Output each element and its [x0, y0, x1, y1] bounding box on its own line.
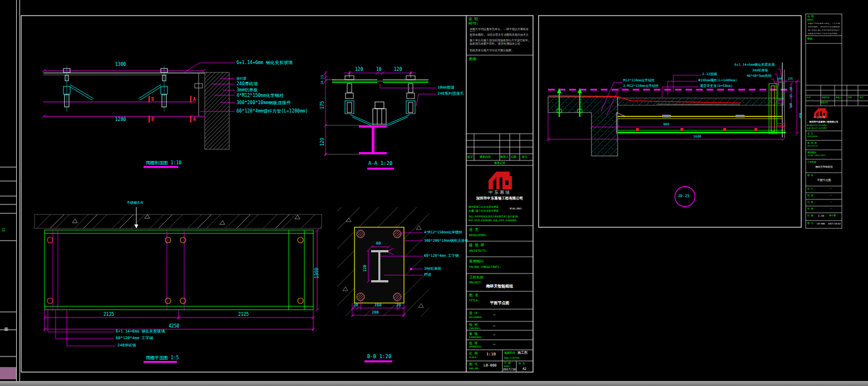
d3-annotation: 6+1.14+6mm 钢化夹胶玻璃: [116, 330, 165, 334]
d4-view-title: B-B 1:20: [367, 354, 391, 359]
field-consultant-en: FACADE CONSULTANTS:: [469, 266, 501, 268]
s2-annotation-right: 2mm铝单板: [752, 69, 768, 72]
d1-annotation: 240厚砖墙: [236, 82, 258, 86]
cad-linework: [0, 0, 868, 386]
s2-revision-header: 日期: [848, 97, 852, 99]
s2-field-developer: 业 主: [807, 133, 813, 135]
d4-annotation: 60*120*4mm 工字钢: [424, 254, 459, 258]
s2-field-examined: 审 核: [807, 201, 813, 203]
d2-annotation: 10mm胶缝: [437, 86, 455, 90]
d1-canopy-section: [42, 63, 235, 168]
field-project-en: PROJECT:: [469, 281, 482, 284]
s2-annotation-left: 2-12圆钢: [702, 72, 717, 76]
examined-value: —: [493, 333, 495, 337]
drawing-title-value: 平面节点图: [472, 301, 527, 305]
status-bar[interactable]: [0, 381, 868, 386]
s2-notes-title-en: NOTE:: [807, 19, 814, 21]
d3-annotation: 240厚砖墙: [117, 344, 136, 348]
s2-notes-title-cn: 说 明: [807, 16, 814, 18]
field-date-cn: 日 期: [504, 362, 511, 365]
d1-section-mark-a1: A: [193, 97, 196, 102]
d3-top-label: 不锈钢爪件: [127, 201, 144, 204]
s2-note-item: 本图尺寸均以毫米为单位, 一律不得以尺量取本图尺寸.: [808, 23, 840, 25]
field-architect-en: ARCHITECTS:: [469, 250, 487, 252]
s2-field-consultant: 幕墙顾问: [807, 152, 816, 154]
d2-view-title: A-A 1:20: [368, 161, 392, 166]
field-consultant-cn: 幕墙顾问: [469, 260, 484, 263]
d4-annotation: 300*200*10mm钢板连接件: [424, 239, 468, 243]
field-checked-en: CHECKED:: [469, 328, 481, 330]
revision-header: 修改人: [500, 155, 509, 158]
s2-field-checked: 校 对: [807, 194, 813, 197]
note-item: 铝板具体分格尺寸详见平面分格图.: [470, 48, 531, 53]
company-logo: [489, 172, 512, 189]
s2-field-architect: 建 筑 师: [807, 142, 817, 144]
notes-title-en: NOTE:: [468, 22, 479, 25]
field-checked-cn: 校 对: [469, 323, 478, 326]
project-name-value: 梅林关智能枢纽: [472, 285, 527, 289]
s2-scale-value: 1:10: [818, 215, 824, 218]
s2-annotation-left: Φ100mm螺栓(L=1400mm): [698, 79, 737, 82]
partial-sheet-white-char: 图: [4, 328, 8, 331]
s2-field-approved: 批 准: [807, 208, 813, 210]
d2-dim-120l: 120: [355, 67, 363, 72]
logo-text: 中东幕墙: [472, 190, 527, 195]
left-partial-sheet: [0, 0, 20, 381]
d2-dim-13: 13: [320, 75, 324, 79]
s2-note-item: 施工单位在施工前须对现场各部位尺寸进行核实, 如发现与本图不符时, 请及时通知本…: [808, 30, 840, 32]
field-architect-cn: 建 筑 师: [469, 243, 484, 247]
d2-dim-14: 14: [320, 81, 324, 85]
legend-label: 图例: [469, 57, 476, 61]
s2-revision-header: 修改内容: [822, 97, 830, 99]
s2-annotation-mid: 2-M12*110mm化学锚栓: [623, 84, 659, 87]
s2-dim-15: 15: [790, 94, 792, 97]
field-status-en: DWG.STATUS:: [504, 357, 521, 360]
d1-annotation: 60*120*4mm镀锌方管(L=1280mm): [236, 109, 308, 114]
s2-note-item: 使用本图时, 须结合有关专业图纸及相关技术文件.: [808, 26, 840, 28]
s2-field-scale: 比 例: [807, 214, 813, 217]
s2-rev-value: A2: [838, 223, 841, 225]
d4-dim-mid: 160: [374, 304, 382, 307]
revision-header: 备注: [522, 155, 527, 158]
d4-dim-edge-l: 20: [353, 304, 358, 307]
s2-cert-line: 建筑幕墙工程专业承包壹级: [807, 125, 827, 126]
d1-annotation: 密封胶: [236, 77, 246, 80]
field-developer-cn: 业 主: [469, 228, 479, 232]
d2-dim-175: 175: [320, 101, 325, 109]
s2-dwgno-value: LB-000: [817, 223, 825, 225]
s2-field-title: 图 名: [807, 174, 813, 177]
cert-line: 建筑幕墙工程专业承包壹级: [468, 206, 499, 209]
field-scale-en: SCALE:: [469, 356, 478, 359]
s2-field-consultant-en: FACADE CONSULTANTS:: [807, 155, 826, 157]
s2-annotation-left: 避雷带支座(D=50mm): [700, 84, 733, 87]
dwgno-value: LB-000: [484, 364, 496, 368]
s2-dim-1600: 1600: [693, 135, 701, 138]
cert-line: 金属门窗工程专业承包壹级: [468, 210, 499, 213]
s2-approved-value: —: [830, 208, 831, 210]
s2-legend-label: 图例: [807, 38, 812, 41]
d4-annotation: 焊缝: [424, 273, 431, 277]
field-dwgno-cn: 图 号: [469, 363, 478, 366]
s2-examined-value: —: [830, 201, 831, 203]
revision-footer: 修改记录: [472, 162, 527, 164]
d3-annotation: 60*120*4mm 工字钢: [116, 336, 153, 340]
d2-dim-10: 10: [376, 67, 382, 72]
d1-view-title: 雨棚剖面图 1:10: [146, 161, 181, 165]
s2-designer-value: —: [830, 188, 831, 190]
d4-annotation: 4*M12*150mm化学螺栓: [424, 231, 462, 234]
field-approved-en: APPROVED:: [469, 346, 482, 349]
d1-annotation: 4*M12*150mm化学螺栓: [236, 94, 284, 98]
note-item: 施工单位在施工前须对现场各部位尺寸进行核实, 如发现与本图不符时, 请及时通知本…: [470, 38, 531, 46]
d4-dim-flange: 60: [376, 242, 381, 246]
s2-revision-header: 标记: [807, 97, 811, 99]
field-designer-en: DESIGNER:: [469, 316, 482, 319]
d3-dim-right-span: 2125: [238, 312, 249, 317]
partial-sheet-green-char: 注: [2, 228, 6, 232]
d2-annotation: 240系列驳接爪: [437, 92, 464, 96]
approved-value: —: [493, 343, 495, 346]
field-examined-en: EXAMINED:: [469, 336, 482, 339]
s2-dim-100: 100: [777, 77, 782, 80]
d2-dim-120: 120: [320, 138, 325, 146]
field-scale-cn: 比 例: [469, 351, 478, 355]
s2-dim-60: 60: [790, 87, 792, 90]
